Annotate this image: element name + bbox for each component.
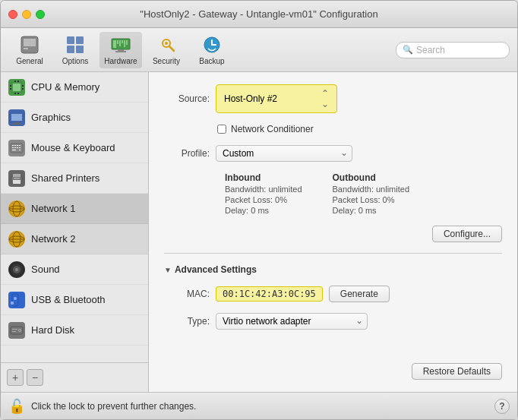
toolbar-security[interactable]: Security [145, 32, 188, 68]
svg-rect-43 [12, 150, 16, 150]
svg-rect-5 [67, 46, 74, 53]
mac-label: MAC: [164, 289, 210, 299]
sidebar-item-hard-disk[interactable]: Hard Disk [1, 315, 148, 346]
svg-rect-25 [22, 88, 24, 90]
graphics-icon [8, 109, 25, 126]
lock-icon[interactable]: 🔓 [8, 398, 25, 415]
svg-rect-21 [13, 84, 21, 91]
sidebar-hard-disk-label: Hard Disk [31, 324, 74, 336]
advanced-settings-label: Advanced Settings [175, 264, 257, 275]
usb-bluetooth-icon [8, 292, 25, 308]
svg-rect-35 [12, 145, 14, 146]
sound-icon [8, 261, 25, 278]
inbound-title: Inbound [225, 172, 302, 183]
svg-rect-33 [12, 124, 21, 125]
sidebar-shared-printers-label: Shared Printers [31, 172, 99, 184]
sidebar-item-network1[interactable]: Network 1 [1, 194, 148, 224]
profile-select[interactable]: Custom [216, 145, 352, 162]
svg-rect-6 [76, 46, 84, 53]
sidebar: CPU & Memory Graphics [1, 72, 149, 392]
sidebar-network2-label: Network 2 [31, 233, 76, 245]
toolbar: General Options [1, 28, 517, 72]
svg-rect-39 [12, 147, 14, 148]
shared-printers-icon [8, 170, 25, 187]
svg-rect-13 [126, 40, 128, 45]
svg-rect-9 [117, 40, 118, 44]
svg-rect-42 [19, 147, 21, 148]
close-button[interactable] [8, 10, 17, 19]
svg-rect-22 [10, 85, 11, 87]
sidebar-item-sound[interactable]: Sound [1, 254, 148, 285]
toolbar-backup-label: Backup [199, 57, 224, 65]
generate-button[interactable]: Generate [329, 286, 390, 302]
cpu-memory-icon [8, 79, 25, 96]
sidebar-sound-label: Sound [31, 264, 60, 275]
inbound-bandwidth: Bandwidth: unlimited [225, 185, 302, 194]
type-label: Type: [164, 316, 210, 327]
mac-row: MAC: 00:1C:42:A3:0C:95 Generate [164, 286, 502, 302]
options-icon [65, 34, 86, 55]
network1-icon [8, 201, 25, 217]
sidebar-network1-label: Network 1 [31, 203, 76, 214]
sidebar-item-mouse-keyboard[interactable]: Mouse & Keyboard [1, 133, 148, 163]
type-select[interactable]: Virtio network adapter [216, 313, 368, 330]
outbound-title: Outbound [333, 172, 410, 183]
svg-rect-41 [17, 147, 18, 148]
sidebar-item-cpu-memory[interactable]: CPU & Memory [1, 72, 148, 103]
search-box[interactable]: 🔍 Search [396, 42, 510, 58]
svg-rect-46 [13, 174, 21, 177]
window-title: "HostOnly2 - Gateway - Untangle-vm01" Co… [140, 8, 377, 20]
advanced-settings-header: ▼ Advanced Settings [164, 264, 502, 275]
outbound-bandwidth: Bandwidth: unlimited [333, 185, 410, 194]
profile-select-wrapper: Custom [216, 145, 352, 162]
source-label: Source: [164, 93, 210, 104]
toolbar-options-label: Options [62, 57, 88, 65]
outbound-column: Outbound Bandwidth: unlimited Packet Los… [333, 172, 410, 215]
sidebar-item-network2[interactable]: Network 2 [1, 224, 148, 254]
bottom-bar: 🔓 Click the lock to prevent further chan… [1, 392, 517, 419]
mac-value: 00:1C:42:A3:0C:95 [216, 286, 323, 302]
svg-rect-36 [14, 145, 16, 146]
svg-rect-66 [12, 329, 17, 330]
toolbar-hardware-label: Hardware [104, 57, 137, 65]
network-conditioner-row: Network Conditioner [164, 124, 502, 134]
toolbar-backup[interactable]: Backup [191, 32, 233, 68]
add-sidebar-button[interactable]: + [7, 369, 24, 386]
configure-button[interactable]: Configure... [432, 226, 502, 242]
sidebar-item-graphics[interactable]: Graphics [1, 103, 148, 133]
svg-point-61 [14, 297, 17, 300]
source-value: Host-Only #2 [224, 93, 315, 104]
bandwidth-section: Inbound Bandwidth: unlimited Packet Loss… [164, 172, 502, 215]
svg-rect-14 [118, 49, 124, 51]
svg-rect-4 [76, 36, 84, 44]
svg-rect-26 [14, 81, 16, 82]
minimize-button[interactable] [22, 10, 31, 19]
sidebar-footer: + − [1, 362, 148, 392]
toolbar-options[interactable]: Options [54, 32, 96, 68]
security-icon [156, 34, 177, 55]
svg-rect-47 [13, 180, 21, 184]
toolbar-security-label: Security [153, 57, 180, 65]
sidebar-mouse-keyboard-label: Mouse & Keyboard [31, 142, 115, 153]
toolbar-general[interactable]: General [8, 32, 51, 68]
remove-sidebar-button[interactable]: − [27, 369, 43, 386]
svg-rect-62 [11, 302, 14, 305]
svg-rect-44 [19, 150, 21, 150]
help-button[interactable]: ? [494, 399, 510, 414]
network2-icon [8, 231, 25, 248]
source-row: Source: Host-Only #2 ⌃⌄ [164, 84, 502, 113]
hard-disk-icon [8, 322, 25, 339]
sidebar-item-usb-bluetooth[interactable]: USB & Bluetooth [1, 285, 148, 315]
toolbar-hardware[interactable]: Hardware [99, 32, 142, 68]
svg-rect-48 [14, 178, 20, 179]
profile-label: Profile: [164, 148, 210, 159]
maximize-button[interactable] [36, 10, 45, 19]
type-select-wrapper: Virtio network adapter [216, 313, 368, 330]
svg-rect-8 [113, 40, 116, 48]
sidebar-item-shared-printers[interactable]: Shared Printers [1, 163, 148, 194]
restore-defaults-button[interactable]: Restore Defaults [412, 363, 502, 380]
network-conditioner-checkbox[interactable] [217, 125, 226, 134]
svg-rect-31 [11, 114, 22, 121]
svg-point-65 [19, 330, 21, 331]
toolbar-general-label: General [16, 57, 43, 65]
